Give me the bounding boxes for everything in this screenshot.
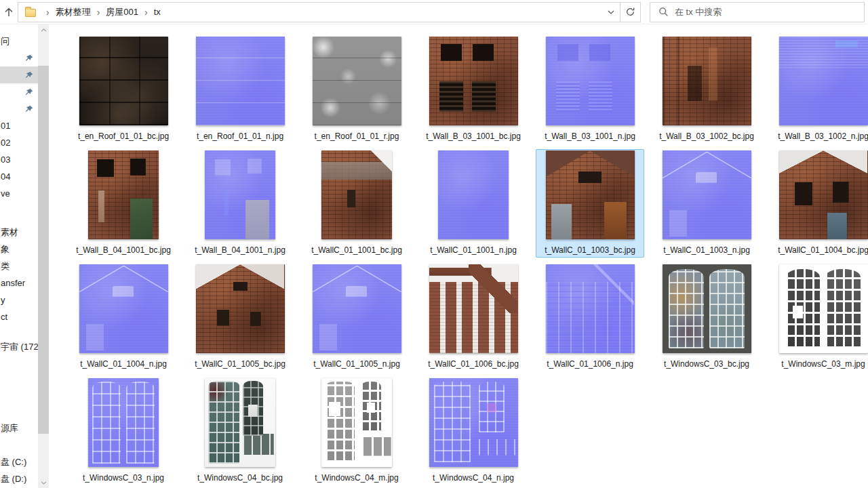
file-item[interactable]: t_WallC_01_1003_n.jpg [648,149,765,263]
file-name: t_Wall_B_03_1001_n.jpg [545,131,635,141]
file-item[interactable]: t_WallC_01_1005_n.jpg [298,263,415,377]
scroll-down-button[interactable] [38,477,49,488]
sidebar-item[interactable]: ansfer [0,274,38,291]
file-item[interactable]: t_WallC_01_1006_n.jpg [532,263,648,377]
file-item-body[interactable]: t_WallC_01_1006_n.jpg [536,263,644,371]
file-item-body[interactable]: t_WindowsC_03_n.jpg [69,377,178,485]
sidebar-item[interactable]: ct [0,308,38,325]
sidebar-item[interactable]: 素材 [0,224,38,241]
file-item-body[interactable]: t_en_Roof_01_01_n.jpg [186,35,294,144]
sidebar-item-label: 02 [1,138,10,148]
file-item[interactable]: t_WallC_01_1004_n.jpg [65,263,182,377]
sidebar-item[interactable]: 盘 (C:) [0,453,38,470]
scroll-up-button[interactable] [38,24,49,35]
file-item[interactable]: t_WallC_01_1001_n.jpg [415,149,532,263]
breadcrumb-segment-3[interactable]: tx [154,7,161,17]
file-item-body[interactable]: t_en_Roof_01_01_r.jpg [302,35,411,144]
file-thumbnail [313,37,401,125]
file-item[interactable]: t_Wall_B_03_1001_bc.jpg [415,35,532,149]
file-item-body[interactable]: t_Wall_B_03_1001_bc.jpg [419,35,528,144]
file-item[interactable]: t_en_Roof_01_01_r.jpg [298,35,415,149]
file-item[interactable]: t_WallC_01_1005_bc.jpg [182,263,298,377]
sidebar-item[interactable]: 象 [0,241,38,258]
file-item-body[interactable]: t_WallC_01_1001_n.jpg [419,149,528,258]
sidebar-item[interactable]: 01 [0,117,38,134]
address-dropdown-button[interactable] [602,3,620,22]
file-name: t_Wall_B_03_1002_n.jpg [778,131,868,141]
pin-icon [25,71,33,79]
file-item[interactable]: t_WallC_01_1004_bc.jpg [765,149,868,263]
file-item-body[interactable]: t_WallC_01_1001_bc.jpg [302,149,411,258]
sidebar-item[interactable]: y [0,291,38,308]
file-item[interactable]: t_WindowsC_03_bc.jpg [648,263,765,377]
file-item-body[interactable]: t_Wall_B_04_1001_bc.jpg [69,149,178,258]
sidebar-item[interactable] [0,83,38,100]
file-item[interactable]: t_Wall_B_04_1001_bc.jpg [65,149,182,263]
file-item-body[interactable]: t_WallC_01_1003_bc.jpg [536,149,644,258]
file-item-body[interactable]: t_Wall_B_03_1001_n.jpg [536,35,644,144]
file-item-body[interactable]: t_WindowsC_04_m.jpg [302,377,411,485]
search-input[interactable] [675,7,859,17]
file-item[interactable]: t_Wall_B_03_1002_n.jpg [765,35,868,149]
file-thumbnail [663,264,751,353]
file-item[interactable]: t_WindowsC_03_n.jpg [65,377,182,488]
sidebar-item[interactable]: 02 [0,134,38,151]
file-item-body[interactable]: t_WallC_01_1005_bc.jpg [186,263,294,371]
sidebar-item[interactable] [0,100,38,117]
file-thumbnail [546,37,635,125]
breadcrumb-segment-1[interactable]: 素材整理 [56,6,91,18]
sidebar-item[interactable]: 04 [0,168,38,185]
file-item[interactable]: t_Wall_B_04_1001_n.jpg [182,149,298,263]
file-explorer-window: › 素材整理 › 房屋001 › tx 问 [0,0,868,488]
file-thumbnail [779,264,868,353]
sidebar-scrollbar[interactable] [38,24,49,488]
pin-icon [25,54,33,62]
file-item-body[interactable]: t_WallC_01_1005_n.jpg [302,263,411,371]
file-name: t_WallC_01_1003_bc.jpg [545,245,635,255]
file-item-body[interactable]: t_WindowsC_03_m.jpg [769,263,868,371]
sidebar-item[interactable] [0,66,38,83]
sidebar-item[interactable]: 问 [0,33,38,49]
sidebar-item[interactable]: 宇宙 (172 [0,338,38,355]
breadcrumb-segment-2[interactable]: 房屋001 [106,6,138,18]
sidebar-item-label: 04 [1,171,10,182]
up-button[interactable] [0,6,18,18]
file-item[interactable]: t_Wall_B_03_1002_bc.jpg [648,35,765,149]
search-box[interactable] [650,2,865,22]
sidebar-item[interactable]: 03 [0,151,38,168]
file-item-body[interactable]: t_WindowsC_04_bc.jpg [186,377,294,485]
file-item-body[interactable]: t_WallC_01_1006_bc.jpg [419,263,528,371]
file-item-body[interactable]: t_Wall_B_03_1002_n.jpg [769,35,868,144]
file-item[interactable]: t_WallC_01_1006_bc.jpg [415,263,532,377]
file-name: t_Wall_B_04_1001_n.jpg [195,245,285,255]
sidebar-item[interactable]: ve [0,185,38,202]
file-item[interactable]: t_WallC_01_1001_bc.jpg [298,149,415,263]
file-item-body[interactable]: t_WallC_01_1004_bc.jpg [769,149,868,258]
file-item[interactable]: t_WindowsC_04_n.jpg [415,377,532,488]
file-item[interactable]: t_WindowsC_04_bc.jpg [182,377,298,488]
file-item-body[interactable]: t_Wall_B_04_1001_n.jpg [186,149,294,258]
file-item[interactable]: t_en_Roof_01_01_bc.jpg [65,35,182,149]
sidebar-item[interactable] [0,49,38,66]
file-item[interactable]: t_WindowsC_03_m.jpg [765,263,868,377]
file-item-body[interactable]: t_Wall_B_03_1002_bc.jpg [652,35,761,144]
scrollbar-thumb[interactable] [38,66,49,434]
sidebar-item[interactable]: 类 [0,258,38,274]
file-item-body[interactable]: t_en_Roof_01_01_bc.jpg [69,35,178,144]
sidebar: 问 01 02 03 04 ve 素材 [0,24,49,488]
address-bar[interactable]: › 素材整理 › 房屋001 › tx [18,2,620,22]
file-item[interactable]: t_WindowsC_04_m.jpg [298,377,415,488]
sidebar-item[interactable]: 源库 [0,420,38,436]
file-item-body[interactable]: t_WallC_01_1004_n.jpg [69,263,178,371]
file-item[interactable]: t_WallC_01_1003_bc.jpg [532,149,648,263]
file-item[interactable]: t_en_Roof_01_01_n.jpg [182,35,298,149]
refresh-button[interactable] [620,2,641,22]
sidebar-item[interactable]: 盘 (D:) [0,470,38,487]
file-item[interactable]: t_Wall_B_03_1001_n.jpg [532,35,648,149]
pin-icon [25,88,33,96]
file-item-body[interactable]: t_WindowsC_04_n.jpg [419,377,528,485]
file-thumbnail [313,264,401,353]
file-item-body[interactable]: t_WindowsC_03_bc.jpg [652,263,761,371]
file-item-body[interactable]: t_WallC_01_1003_n.jpg [652,149,761,258]
sidebar-item-label: 宇宙 (172 [1,341,39,353]
